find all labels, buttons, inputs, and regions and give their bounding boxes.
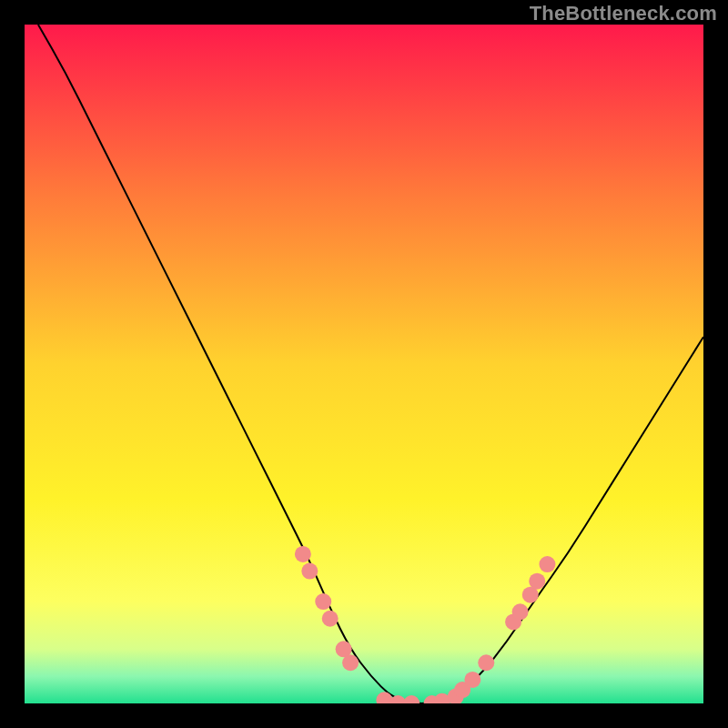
watermark-text: TheBottleneck.com	[530, 2, 717, 25]
bottleneck-chart	[25, 25, 703, 703]
marker-point	[322, 611, 339, 627]
marker-point	[512, 603, 529, 620]
chart-background	[25, 25, 703, 703]
marker-point	[301, 563, 318, 580]
marker-point	[478, 654, 494, 671]
marker-point	[295, 546, 311, 562]
marker-point	[529, 573, 545, 590]
marker-point	[342, 654, 359, 671]
marker-point	[315, 593, 331, 610]
marker-point	[539, 556, 555, 572]
marker-point	[464, 672, 480, 688]
chart-frame: TheBottleneck.com	[0, 0, 728, 728]
